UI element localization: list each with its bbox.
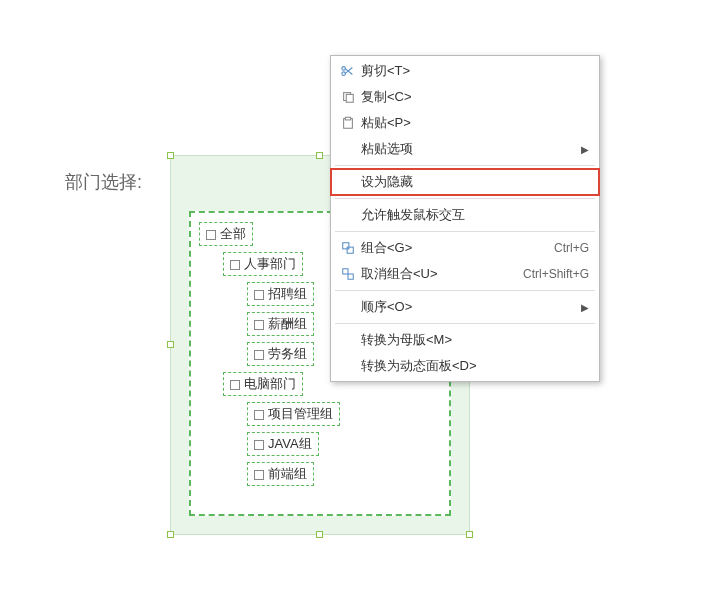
menu-item[interactable]: 设为隐藏 [331,169,599,195]
tree-item[interactable]: 劳务组 [247,342,314,366]
menu-item-label: 复制<C> [361,88,589,106]
tree-item[interactable]: 项目管理组 [247,402,340,426]
menu-item[interactable]: 转换为母版<M> [331,327,599,353]
tree-item[interactable]: 招聘组 [247,282,314,306]
menu-item-label: 粘贴<P> [361,114,589,132]
menu-separator [335,290,595,291]
menu-item-label: 转换为动态面板<D> [361,357,589,375]
menu-item-label: 转换为母版<M> [361,331,589,349]
tree-item[interactable]: 前端组 [247,462,314,486]
resize-handle[interactable] [466,531,473,538]
menu-item[interactable]: 允许触发鼠标交互 [331,202,599,228]
checkbox-icon[interactable] [254,290,264,300]
checkbox-icon[interactable] [254,440,264,450]
tree-item-label: 全部 [220,226,246,241]
resize-handle[interactable] [167,341,174,348]
svg-rect-6 [343,269,348,274]
checkbox-icon[interactable] [230,260,240,270]
svg-rect-1 [346,94,353,102]
menu-item[interactable]: 复制<C> [331,84,599,110]
paste-icon [335,116,361,130]
context-menu: 剪切<T>复制<C>粘贴<P>粘贴选项▶设为隐藏允许触发鼠标交互组合<G>Ctr… [330,55,600,382]
checkbox-icon[interactable] [254,350,264,360]
menu-item-label: 组合<G> [361,239,544,257]
menu-separator [335,231,595,232]
menu-item[interactable]: 顺序<O>▶ [331,294,599,320]
tree-item[interactable]: 全部 [199,222,253,246]
menu-item-label: 取消组合<U> [361,265,513,283]
menu-item-label: 顺序<O> [361,298,575,316]
checkbox-icon[interactable] [254,320,264,330]
tree-item-label: JAVA组 [268,436,312,451]
tree-item[interactable]: JAVA组 [247,432,319,456]
menu-item-label: 粘贴选项 [361,140,575,158]
svg-rect-7 [348,274,353,279]
menu-item-label: 剪切<T> [361,62,589,80]
resize-handle[interactable] [167,152,174,159]
menu-item[interactable]: 组合<G>Ctrl+G [331,235,599,261]
tree-item-label: 电脑部门 [244,376,296,391]
menu-separator [335,198,595,199]
menu-shortcut: Ctrl+G [554,241,589,255]
resize-handle[interactable] [316,531,323,538]
svg-rect-3 [345,117,350,120]
field-label: 部门选择: [65,170,142,194]
ungroup-icon [335,267,361,281]
copy-icon [335,90,361,104]
checkbox-icon[interactable] [254,470,264,480]
cut-icon [335,64,361,78]
tree-item-label: 薪酬组 [268,316,307,331]
menu-item-label: 设为隐藏 [361,173,589,191]
submenu-arrow-icon: ▶ [581,144,589,155]
svg-rect-5 [347,247,353,253]
menu-shortcut: Ctrl+Shift+G [523,267,589,281]
menu-separator [335,323,595,324]
svg-rect-4 [343,243,349,249]
tree-item-label: 人事部门 [244,256,296,271]
menu-item[interactable]: 粘贴<P> [331,110,599,136]
submenu-arrow-icon: ▶ [581,302,589,313]
tree-item-label: 招聘组 [268,286,307,301]
checkbox-icon[interactable] [254,410,264,420]
tree-item-label: 劳务组 [268,346,307,361]
tree-item[interactable]: 电脑部门 [223,372,303,396]
menu-item[interactable]: 粘贴选项▶ [331,136,599,162]
checkbox-icon[interactable] [230,380,240,390]
menu-item[interactable]: 转换为动态面板<D> [331,353,599,379]
checkbox-icon[interactable] [206,230,216,240]
menu-item[interactable]: 剪切<T> [331,58,599,84]
menu-item[interactable]: 取消组合<U>Ctrl+Shift+G [331,261,599,287]
tree-item[interactable]: 薪酬组 [247,312,314,336]
menu-item-label: 允许触发鼠标交互 [361,206,589,224]
resize-handle[interactable] [167,531,174,538]
resize-handle[interactable] [316,152,323,159]
menu-separator [335,165,595,166]
tree-item-label: 项目管理组 [268,406,333,421]
group-icon [335,241,361,255]
tree-item[interactable]: 人事部门 [223,252,303,276]
tree-item-label: 前端组 [268,466,307,481]
